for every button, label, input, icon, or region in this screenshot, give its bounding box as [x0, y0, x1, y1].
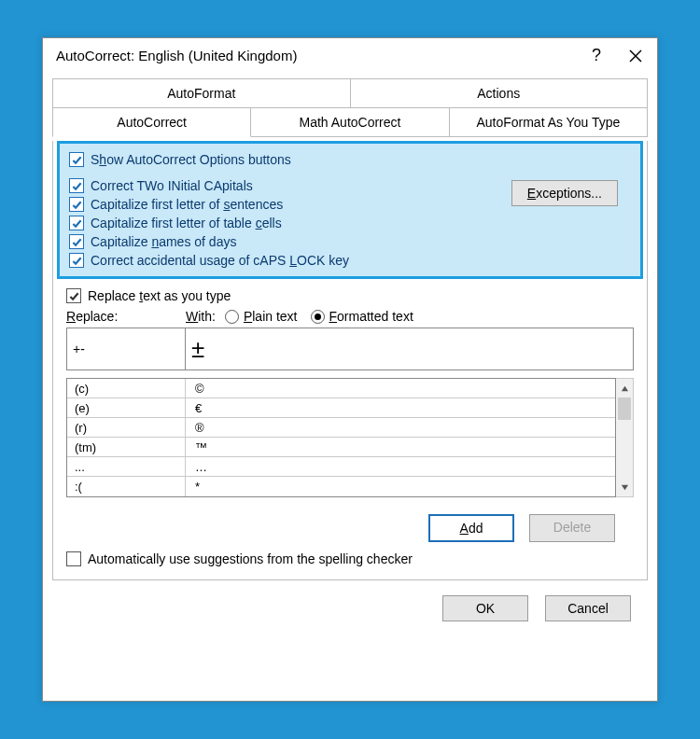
option-label: Capitalize names of days	[91, 234, 236, 249]
tab-actions[interactable]: Actions	[351, 78, 649, 107]
option-capitalize-days[interactable]: Capitalize names of days	[69, 232, 511, 251]
checkbox-icon[interactable]	[69, 178, 84, 193]
delete-button: Delete	[529, 514, 615, 542]
tab-panel-autocorrect: Show AutoCorrect Options buttons Correct…	[52, 141, 648, 580]
option-show-buttons[interactable]: Show AutoCorrect Options buttons	[69, 150, 511, 169]
scroll-up-icon[interactable]	[616, 379, 633, 397]
tab-autoformat[interactable]: AutoFormat	[52, 78, 351, 107]
radio-label: Plain text	[244, 309, 298, 324]
tabs-row-lower: AutoCorrect Math AutoCorrect AutoFormat …	[52, 107, 648, 137]
checkbox-icon[interactable]	[69, 216, 84, 230]
radio-formatted-text[interactable]: Formatted text	[311, 309, 413, 324]
replace-as-you-type[interactable]: Replace text as you type	[66, 288, 634, 303]
checkbox-icon[interactable]	[69, 253, 84, 268]
add-button[interactable]: Add	[428, 514, 514, 542]
replace-header-label: Replace text as you type	[88, 288, 231, 303]
checkbox-icon[interactable]	[66, 551, 81, 566]
radio-label: Formatted text	[329, 309, 413, 324]
table-row[interactable]: ...…	[67, 457, 615, 477]
scroll-down-icon[interactable]	[616, 478, 633, 496]
tabs-row-upper: AutoFormat Actions	[52, 78, 648, 107]
replace-label: Replace:	[66, 309, 186, 324]
checkbox-icon[interactable]	[69, 197, 84, 212]
scroll-track[interactable]	[616, 397, 633, 478]
scroll-thumb[interactable]	[618, 397, 631, 420]
tab-math-autocorrect[interactable]: Math AutoCorrect	[251, 107, 449, 137]
option-label: Correct TWo INitial CApitals	[91, 178, 253, 193]
table-row[interactable]: (e)€	[67, 398, 615, 418]
tab-autocorrect[interactable]: AutoCorrect	[52, 107, 251, 137]
tab-autoformat-as-you-type[interactable]: AutoFormat As You Type	[450, 107, 648, 137]
checkbox-icon[interactable]	[66, 288, 81, 303]
autocorrect-entries-table: (c)© (e)€ (r)® (tm)™ ...… :(*	[66, 378, 634, 497]
with-format-radio-group: Plain text Formatted text	[225, 309, 413, 324]
table-row[interactable]: :(*	[67, 477, 615, 496]
option-capitalize-table-cells[interactable]: Capitalize first letter of table cells	[69, 214, 511, 232]
replace-inputs: ±	[66, 328, 634, 370]
dialog-footer: OK Cancel	[52, 580, 648, 621]
dialog-title: AutoCorrect: English (United Kingdom)	[56, 48, 592, 63]
with-input[interactable]: ±	[186, 328, 634, 370]
autocorrect-dialog: AutoCorrect: English (United Kingdom) ? …	[42, 37, 658, 702]
use-spelling-suggestions[interactable]: Automatically use suggestions from the s…	[66, 551, 634, 566]
entries-list[interactable]: (c)© (e)€ (r)® (tm)™ ...… :(*	[66, 378, 616, 497]
checkbox-icon[interactable]	[69, 152, 84, 167]
option-label: Correct accidental usage of cAPS LOCK ke…	[91, 253, 349, 268]
cancel-button[interactable]: Cancel	[545, 595, 631, 621]
option-label: Show AutoCorrect Options buttons	[91, 152, 291, 167]
option-capitalize-sentences[interactable]: Capitalize first letter of sentences	[69, 195, 511, 214]
option-label: Capitalize first letter of sentences	[91, 197, 283, 212]
add-delete-row: Add Delete	[66, 514, 634, 542]
option-two-initial-caps[interactable]: Correct TWo INitial CApitals	[69, 176, 511, 195]
options-highlight-box: Show AutoCorrect Options buttons Correct…	[57, 141, 643, 279]
checkbox-icon[interactable]	[69, 234, 84, 249]
entries-scrollbar[interactable]	[616, 378, 634, 497]
svg-marker-3	[621, 484, 627, 489]
titlebar: AutoCorrect: English (United Kingdom) ?	[43, 38, 657, 73]
close-icon[interactable]	[627, 48, 644, 64]
ok-button[interactable]: OK	[442, 595, 528, 621]
option-caps-lock[interactable]: Correct accidental usage of cAPS LOCK ke…	[69, 251, 511, 270]
replace-input[interactable]	[66, 328, 186, 370]
exceptions-button[interactable]: Exceptions...	[511, 180, 618, 206]
table-row[interactable]: (r)®	[67, 418, 615, 438]
suggestion-label: Automatically use suggestions from the s…	[88, 551, 413, 566]
table-row[interactable]: (tm)™	[67, 438, 615, 457]
svg-marker-2	[621, 385, 627, 390]
radio-plain-text[interactable]: Plain text	[225, 309, 298, 324]
replace-section: Replace text as you type Replace: With: …	[66, 288, 634, 566]
field-labels-row: Replace: With: Plain text Formatted text	[66, 309, 634, 324]
option-label: Capitalize first letter of table cells	[91, 216, 282, 230]
help-icon[interactable]: ?	[592, 46, 601, 65]
table-row[interactable]: (c)©	[67, 379, 615, 398]
with-label: With:	[186, 309, 216, 324]
